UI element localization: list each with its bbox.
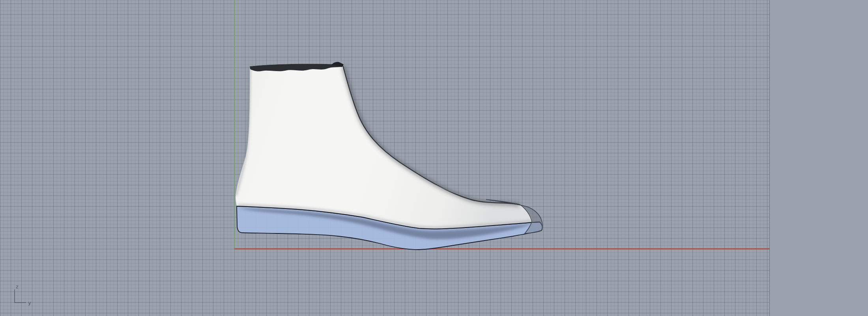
axis-gizmo-z-label: z: [16, 284, 19, 290]
scene-canvas: z y: [0, 0, 868, 316]
viewport-3d[interactable]: z y: [0, 0, 868, 316]
axis-gizmo-y-label: y: [28, 300, 31, 306]
axis-gizmo-lines: [15, 290, 26, 303]
axis-gizmo: z y: [15, 284, 31, 306]
boot-model: [236, 62, 542, 250]
